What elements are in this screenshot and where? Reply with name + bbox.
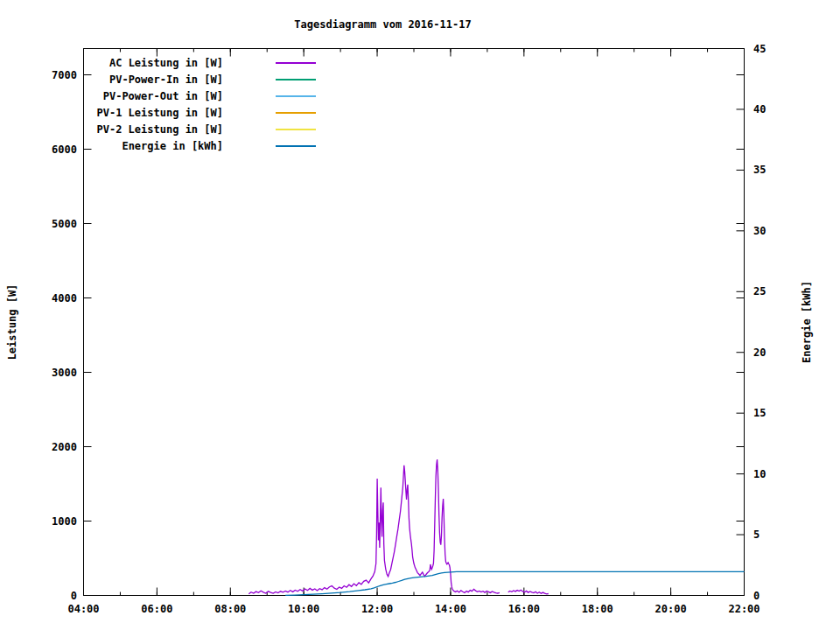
legend-label: PV-Power-In in [W] (90, 74, 223, 86)
legend-label: PV-2 Leistung in [W] (90, 123, 223, 136)
y-right-tick-label: 25 (753, 285, 766, 298)
legend-item: AC Leistung in [W] (90, 54, 316, 71)
legend-item: PV-Power-In in [W] (90, 71, 316, 88)
legend-line-sample (276, 79, 316, 80)
chart-title: Tagesdiagramm vom 2016-11-17 (0, 18, 766, 31)
y-left-tick-label: 6000 (52, 144, 77, 156)
y-right-tick-label: 0 (753, 590, 760, 602)
x-axis-tick-label: 22:00 (728, 603, 760, 615)
y-axis-label-right: Energie [kWh] (801, 234, 813, 410)
y-left-tick-label: 1000 (52, 515, 77, 528)
x-axis-tick-label: 18:00 (582, 603, 613, 615)
legend: AC Leistung in [W]PV-Power-In in [W]PV-P… (90, 54, 316, 154)
x-axis-tick-label: 08:00 (214, 603, 246, 615)
y-right-tick-label: 5 (753, 528, 760, 541)
legend-item: PV-Power-Out in [W] (90, 88, 316, 104)
y-left-tick-label: 2000 (52, 441, 77, 453)
legend-line-sample (276, 62, 316, 64)
y-right-tick-label: 45 (753, 43, 766, 55)
legend-label: Energie in [kWh] (90, 140, 223, 152)
legend-label: PV-Power-Out in [W] (90, 90, 223, 102)
legend-label: PV-1 Leistung in [W] (90, 107, 223, 119)
y-right-tick-label: 40 (753, 103, 766, 116)
legend-item: PV-1 Leistung in [W] (90, 104, 316, 121)
y-right-tick-label: 10 (753, 468, 766, 480)
x-axis-tick-label: 14:00 (435, 603, 466, 615)
y-right-tick-label: 15 (753, 407, 766, 419)
y-left-tick-label: 3000 (52, 367, 77, 379)
series-line-0-ac-leistung-in-w- (248, 459, 549, 594)
x-axis-tick-label: 10:00 (288, 603, 319, 615)
legend-item: PV-2 Leistung in [W] (90, 121, 316, 137)
y-left-tick-label: 4000 (52, 292, 77, 304)
legend-line-sample (276, 112, 316, 114)
x-axis-tick-label: 20:00 (655, 603, 687, 615)
y-right-tick-label: 30 (753, 225, 766, 237)
legend-line-sample (276, 145, 316, 147)
legend-line-sample (276, 129, 316, 130)
x-axis-tick-label: 04:00 (67, 603, 99, 615)
y-left-tick-label: 7000 (52, 69, 77, 81)
legend-line-sample (276, 95, 316, 97)
x-axis-tick-label: 06:00 (141, 603, 172, 615)
x-axis-tick-label: 12:00 (361, 603, 393, 615)
y-right-tick-label: 35 (753, 164, 766, 176)
y-left-tick-label: 5000 (52, 218, 77, 230)
y-left-tick-label: 0 (71, 590, 77, 602)
legend-item: Energie in [kWh] (90, 137, 316, 154)
legend-label: AC Leistung in [W] (90, 57, 223, 69)
y-axis-label-left: Leistung [W] (6, 234, 18, 410)
x-axis-tick-label: 16:00 (508, 603, 540, 615)
y-right-tick-label: 20 (753, 346, 766, 359)
